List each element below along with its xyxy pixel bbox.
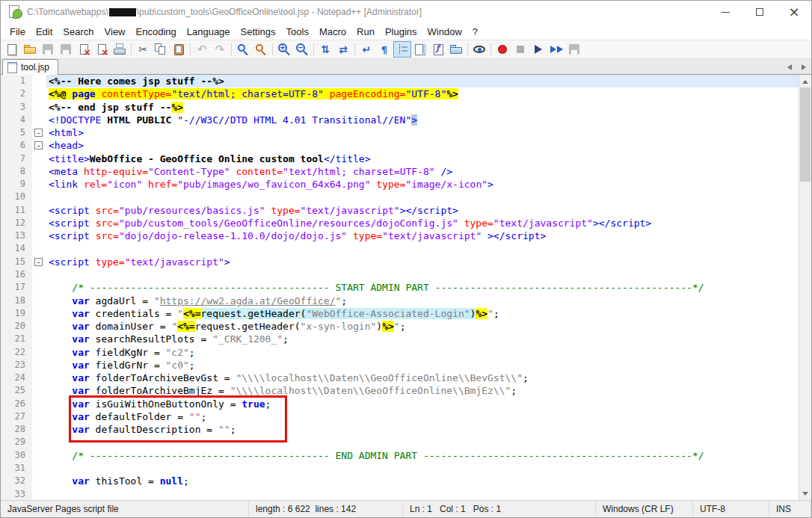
window-title-prefix: C:\Tomcat\webapps\ xyxy=(27,7,108,17)
code-line-16[interactable]: 16 xyxy=(1,268,799,281)
title-bar[interactable]: C:\Tomcat\webapps\\pub\custom_tools\GeoO… xyxy=(1,1,811,23)
vertical-scrollbar[interactable] xyxy=(799,75,811,500)
run-macro-multiple-icon[interactable] xyxy=(547,41,565,58)
menu-item-macro[interactable]: Macro xyxy=(314,25,351,39)
fold-marker-icon[interactable]: - xyxy=(34,258,43,266)
code-line-2[interactable]: 2<%@ page contentType="text/html; charse… xyxy=(1,87,799,100)
status-insert-mode[interactable]: INS xyxy=(769,501,811,517)
line-number: 1 xyxy=(1,75,32,87)
code-text xyxy=(46,191,799,203)
replace-icon[interactable] xyxy=(252,41,270,58)
code-line-29[interactable]: 29 xyxy=(1,436,799,448)
toolbar-separator xyxy=(490,43,491,55)
code-line-13[interactable]: 13<script src="dojo/dojo-release-1.10.0/… xyxy=(1,229,799,242)
scrollbar-thumb[interactable] xyxy=(800,87,811,182)
line-number: 7 xyxy=(1,152,32,165)
code-line-8[interactable]: 8<meta http-equiv="Content-Type" content… xyxy=(1,165,799,178)
code-line-1[interactable]: 1<%-- Here comes jsp stuff --%> xyxy=(1,75,799,87)
code-line-7[interactable]: 7<title>WebOffice - GeoOffice Online cus… xyxy=(1,152,799,165)
code-line-26[interactable]: 26 var isGuiWithOneButtonOnly = true; xyxy=(1,398,799,410)
code-line-31[interactable]: 31 xyxy=(1,462,799,475)
close-button[interactable] xyxy=(777,1,811,23)
code-line-23[interactable]: 23 var fieldGrNr = "c0"; xyxy=(1,359,799,371)
sync-vertical-icon[interactable] xyxy=(316,41,334,58)
code-line-28[interactable]: 28 var defaultDescription = ""; xyxy=(1,423,799,436)
code-line-5[interactable]: 5-<html> xyxy=(1,126,799,139)
monitoring-icon[interactable] xyxy=(470,41,488,58)
print-icon[interactable] xyxy=(111,41,129,58)
tab-scroll-left-icon[interactable] xyxy=(785,62,793,72)
tab-tool-jsp[interactable]: tool.jsp xyxy=(2,59,58,75)
code-line-14[interactable]: 14 xyxy=(1,242,799,255)
indent-guide-icon[interactable] xyxy=(393,41,411,58)
code-line-18[interactable]: 18 var agdaUrl = "https://ww2.agda.at/Ge… xyxy=(1,295,799,307)
code-line-4[interactable]: 4<!DOCTYPE HTML PUBLIC "-//W3C//DTD HTML… xyxy=(1,114,799,126)
menu-item-settings[interactable]: Settings xyxy=(236,25,281,39)
code-line-11[interactable]: 11<script src="pub/resources/basics.js" … xyxy=(1,204,799,217)
code-line-15[interactable]: 15-<script type="text/javascript"> xyxy=(1,256,799,268)
code-line-17[interactable]: 17 /* ----------------------------------… xyxy=(1,281,799,294)
menu-item-window[interactable]: Window xyxy=(422,25,467,39)
code-line-24[interactable]: 24 var folderToArchiveBevGst = "\\\\loca… xyxy=(1,371,799,384)
maximize-button[interactable] xyxy=(742,1,777,23)
document-map-icon[interactable] xyxy=(411,41,429,58)
code-area[interactable]: 1<%-- Here comes jsp stuff --%>2<%@ page… xyxy=(1,75,799,500)
code-line-10[interactable]: 10 xyxy=(1,191,799,203)
function-list-icon[interactable] xyxy=(429,41,447,58)
fold-marker-icon[interactable]: - xyxy=(34,141,43,149)
menu-item-search[interactable]: Search xyxy=(58,25,99,39)
code-line-25[interactable]: 25 var folderToArchiveBmjEz = "\\\\local… xyxy=(1,384,799,397)
zoom-in-icon[interactable] xyxy=(275,41,293,58)
code-line-3[interactable]: 3<%-- end jsp stuff --%> xyxy=(1,101,799,114)
scroll-up-icon[interactable] xyxy=(799,75,811,87)
zoom-out-icon[interactable] xyxy=(293,41,311,58)
window-title-suffix: \pub\custom_tools\GeoOfficeOnline\tool.j… xyxy=(137,7,422,17)
minimize-button[interactable] xyxy=(708,1,742,23)
record-macro-icon[interactable] xyxy=(493,41,511,58)
code-line-9[interactable]: 9<link rel="icon" href="pub/images/wo_fa… xyxy=(1,178,799,191)
menu-item-view[interactable]: View xyxy=(99,25,131,39)
menu-item-run[interactable]: Run xyxy=(351,25,380,39)
code-line-19[interactable]: 19 var credentials = "<%=request.getHead… xyxy=(1,307,799,320)
open-file-icon[interactable] xyxy=(21,41,39,58)
code-line-21[interactable]: 21 var searchResultPlots = "_CRK_1200_"; xyxy=(1,333,799,345)
new-file-icon[interactable] xyxy=(3,41,21,58)
menu-item-language[interactable]: Language xyxy=(182,25,236,39)
code-line-33[interactable]: 33 xyxy=(1,488,799,501)
status-eol-format[interactable]: Windows (CR LF) xyxy=(596,501,693,517)
close-icon[interactable] xyxy=(75,41,93,58)
code-line-6[interactable]: 6-<head> xyxy=(1,139,799,152)
fold-margin xyxy=(32,281,46,294)
fold-margin xyxy=(32,359,46,371)
find-icon[interactable] xyxy=(234,41,252,58)
code-line-27[interactable]: 27 var defaultFolder = ""; xyxy=(1,410,799,423)
scroll-down-icon[interactable] xyxy=(799,487,811,499)
sync-horizontal-icon[interactable] xyxy=(334,41,352,58)
copy-icon[interactable] xyxy=(152,41,170,58)
code-line-20[interactable]: 20 var domainUser = "<%=request.getHeade… xyxy=(1,320,799,333)
close-all-icon[interactable] xyxy=(93,41,111,58)
menu-item-edit[interactable]: Edit xyxy=(31,25,58,39)
playback-macro-icon[interactable] xyxy=(529,41,547,58)
word-wrap-icon[interactable] xyxy=(357,41,375,58)
fold-margin xyxy=(32,423,46,436)
cut-icon[interactable] xyxy=(134,41,152,58)
code-line-22[interactable]: 22 var fieldKgNr = "c2"; xyxy=(1,346,799,359)
code-line-30[interactable]: 30 /* ----------------------------------… xyxy=(1,449,799,462)
code-text xyxy=(46,462,799,475)
menu-item-plugins[interactable]: Plugins xyxy=(380,25,422,39)
line-number: 13 xyxy=(1,229,32,242)
folder-as-workspace-icon[interactable] xyxy=(447,41,465,58)
menu-item-help[interactable]: ? xyxy=(467,25,483,39)
menu-item-encoding[interactable]: Encoding xyxy=(131,25,182,39)
paste-icon[interactable] xyxy=(170,41,188,58)
menu-item-file[interactable]: File xyxy=(4,25,31,39)
window-title: C:\Tomcat\webapps\\pub\custom_tools\GeoO… xyxy=(27,7,422,17)
menu-item-tools[interactable]: Tools xyxy=(281,25,314,39)
status-encoding[interactable]: UTF-8 xyxy=(693,501,769,517)
show-all-characters-icon[interactable] xyxy=(375,41,393,58)
fold-marker-icon[interactable]: - xyxy=(34,129,43,137)
tab-scroll-right-icon[interactable] xyxy=(799,62,808,72)
code-line-12[interactable]: 12<script src="pub/custom_tools/GeoOffic… xyxy=(1,217,799,229)
code-line-32[interactable]: 32 var thisTool = null; xyxy=(1,475,799,487)
